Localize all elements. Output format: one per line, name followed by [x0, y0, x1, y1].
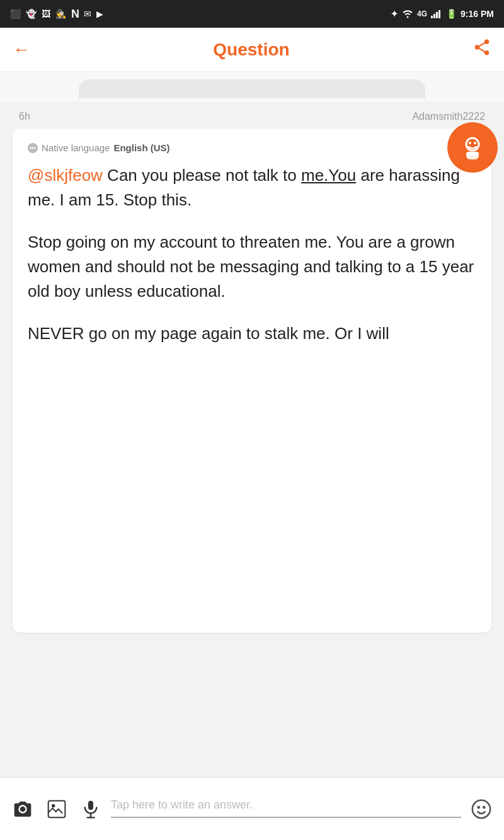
- icon-4g: 4G: [417, 9, 427, 18]
- lang-label: Native language: [42, 142, 110, 153]
- share-button[interactable]: [472, 38, 491, 61]
- answer-input-placeholder[interactable]: Tap here to write an answer.: [111, 797, 461, 818]
- lang-value: English (US): [113, 142, 169, 153]
- image-icon: [47, 799, 67, 819]
- question-body: @slkjfeow Can you please not talk to me.…: [28, 163, 476, 346]
- camera-button[interactable]: [9, 795, 37, 823]
- status-bar-right: ✦ 4G 🔋 9:16 PM: [391, 9, 494, 19]
- post-time: 6h: [19, 111, 30, 122]
- svg-rect-3: [438, 10, 440, 18]
- status-bar-left: ⬛ 👻 🖼 🕵 N ✉ ▶: [10, 8, 103, 21]
- scroll-top-indicator: [0, 72, 504, 102]
- link-meyou[interactable]: me.You: [301, 166, 356, 185]
- top-nav: ← Question: [0, 28, 504, 72]
- icon-bluetooth: ✦: [391, 9, 398, 19]
- icon-wifi: [402, 9, 413, 18]
- svg-rect-15: [88, 800, 93, 810]
- back-button[interactable]: ←: [13, 41, 30, 59]
- svg-point-10: [30, 147, 32, 149]
- icon-spy: 🕵: [55, 9, 66, 19]
- emoji-button[interactable]: [467, 795, 495, 823]
- svg-point-14: [52, 804, 55, 807]
- content-area: 6h Adamsmith2222: [0, 102, 504, 777]
- svg-rect-0: [431, 16, 433, 18]
- speech-bubble-icon: [28, 143, 38, 153]
- svg-point-11: [32, 147, 34, 149]
- svg-rect-8: [466, 152, 479, 156]
- meta-row: 6h Adamsmith2222: [0, 102, 504, 129]
- svg-rect-2: [436, 12, 438, 18]
- avatar-icon: [457, 132, 488, 163]
- lang-dot-icon: [28, 143, 38, 153]
- svg-point-6: [474, 142, 476, 144]
- mic-icon: [81, 799, 101, 819]
- icon-snapchat: 👻: [26, 9, 37, 19]
- svg-point-18: [472, 800, 490, 817]
- scroll-top-bar: [79, 79, 425, 98]
- avatar: [447, 122, 498, 173]
- svg-point-19: [478, 806, 479, 808]
- emoji-icon: [471, 798, 492, 820]
- language-tag: Native language English (US): [28, 142, 476, 153]
- microphone-button[interactable]: [77, 795, 105, 823]
- page-title: Question: [213, 40, 289, 60]
- camera-icon: [13, 799, 33, 819]
- svg-point-12: [34, 147, 36, 149]
- paragraph-2: Stop going on my account to threaten me.…: [28, 230, 476, 304]
- answer-input-area[interactable]: Tap here to write an answer.: [111, 797, 461, 820]
- paragraph-1: @slkjfeow Can you please not talk to me.…: [28, 163, 476, 212]
- icon-netflix: N: [71, 8, 79, 21]
- status-bar: ⬛ 👻 🖼 🕵 N ✉ ▶ ✦ 4G 🔋 9:16 PM: [0, 0, 504, 28]
- gallery-button[interactable]: [43, 795, 71, 823]
- mention-tag[interactable]: @slkjfeow: [28, 166, 103, 185]
- svg-point-5: [469, 142, 471, 144]
- bottom-input-bar: Tap here to write an answer.: [0, 777, 504, 840]
- icon-dots: ⬛: [10, 9, 21, 19]
- icon-battery: 🔋: [446, 9, 457, 19]
- post-username: Adamsmith2222: [412, 111, 485, 122]
- icon-youtube: ▶: [96, 9, 103, 19]
- paragraph-3: NEVER go on my page again to stalk me. O…: [28, 321, 476, 346]
- svg-rect-1: [433, 14, 435, 18]
- clock-time: 9:16 PM: [461, 9, 494, 19]
- question-card: Native language English (US) @slkjfeow C…: [13, 129, 491, 633]
- icon-signal: [431, 9, 442, 18]
- icon-gmail: ✉: [84, 9, 91, 19]
- para1-text: Can you please not talk to: [107, 166, 301, 185]
- svg-point-20: [483, 806, 485, 808]
- icon-gallery: 🖼: [42, 9, 50, 19]
